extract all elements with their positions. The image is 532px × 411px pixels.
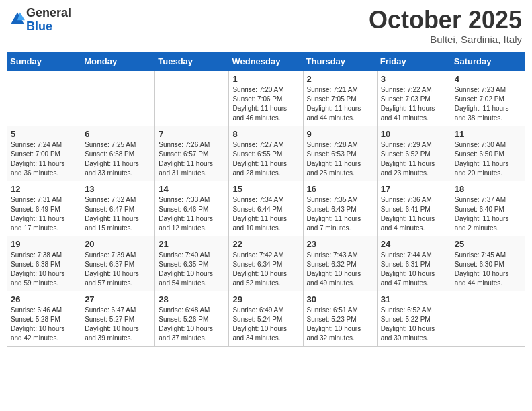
day-number: 4 (455, 74, 521, 84)
day-info: Sunrise: 7:35 AM Sunset: 6:43 PM Dayligh… (307, 195, 373, 233)
calendar-cell: 21Sunrise: 7:40 AM Sunset: 6:35 PM Dayli… (155, 236, 229, 291)
calendar-cell: 20Sunrise: 7:39 AM Sunset: 6:37 PM Dayli… (81, 236, 155, 291)
day-info: Sunrise: 7:23 AM Sunset: 7:02 PM Dayligh… (455, 85, 521, 123)
calendar-cell: 17Sunrise: 7:36 AM Sunset: 6:41 PM Dayli… (377, 181, 451, 236)
calendar-cell: 25Sunrise: 7:45 AM Sunset: 6:30 PM Dayli… (451, 236, 525, 291)
calendar-cell: 23Sunrise: 7:43 AM Sunset: 6:32 PM Dayli… (303, 236, 377, 291)
day-number: 11 (455, 129, 521, 139)
day-number: 31 (381, 294, 447, 304)
day-info: Sunrise: 7:30 AM Sunset: 6:50 PM Dayligh… (455, 140, 521, 178)
calendar-header-tuesday: Tuesday (155, 52, 229, 71)
day-info: Sunrise: 7:40 AM Sunset: 6:35 PM Dayligh… (159, 250, 225, 288)
day-number: 6 (85, 129, 151, 139)
day-number: 26 (11, 294, 77, 304)
day-info: Sunrise: 6:51 AM Sunset: 5:23 PM Dayligh… (307, 306, 373, 343)
day-info: Sunrise: 7:31 AM Sunset: 6:49 PM Dayligh… (11, 195, 77, 233)
day-info: Sunrise: 7:36 AM Sunset: 6:41 PM Dayligh… (381, 195, 447, 233)
calendar-cell: 9Sunrise: 7:28 AM Sunset: 6:53 PM Daylig… (303, 126, 377, 181)
day-number: 15 (232, 184, 299, 194)
day-info: Sunrise: 7:21 AM Sunset: 7:05 PM Dayligh… (307, 85, 373, 123)
day-number: 12 (11, 184, 77, 194)
calendar-header-row: SundayMondayTuesdayWednesdayThursdayFrid… (7, 52, 525, 71)
day-number: 8 (232, 129, 299, 139)
day-info: Sunrise: 7:22 AM Sunset: 7:03 PM Dayligh… (381, 85, 447, 123)
calendar-cell (155, 71, 229, 126)
day-info: Sunrise: 7:39 AM Sunset: 6:37 PM Dayligh… (85, 250, 151, 288)
day-info: Sunrise: 7:37 AM Sunset: 6:40 PM Dayligh… (455, 195, 521, 233)
day-info: Sunrise: 6:46 AM Sunset: 5:28 PM Dayligh… (11, 306, 77, 343)
day-info: Sunrise: 7:42 AM Sunset: 6:34 PM Dayligh… (232, 250, 299, 288)
day-info: Sunrise: 7:32 AM Sunset: 6:47 PM Dayligh… (85, 195, 151, 233)
calendar-week-3: 12Sunrise: 7:31 AM Sunset: 6:49 PM Dayli… (7, 181, 525, 236)
day-number: 22 (232, 239, 299, 249)
calendar-header-saturday: Saturday (451, 52, 525, 71)
title-area: October 2025 Bultei, Sardinia, Italy (369, 7, 522, 45)
day-info: Sunrise: 6:52 AM Sunset: 5:22 PM Dayligh… (381, 306, 447, 343)
page-header: General Blue October 2025 Bultei, Sardin… (7, 7, 525, 45)
day-info: Sunrise: 7:38 AM Sunset: 6:38 PM Dayligh… (11, 250, 77, 288)
logo-general-text: General (26, 7, 71, 20)
day-number: 16 (307, 184, 373, 194)
day-number: 1 (232, 74, 299, 84)
calendar-header-friday: Friday (377, 52, 451, 71)
calendar-cell: 7Sunrise: 7:26 AM Sunset: 6:57 PM Daylig… (155, 126, 229, 181)
day-info: Sunrise: 7:43 AM Sunset: 6:32 PM Dayligh… (307, 250, 373, 288)
day-info: Sunrise: 6:47 AM Sunset: 5:27 PM Dayligh… (85, 306, 151, 343)
day-number: 10 (381, 129, 447, 139)
calendar-cell: 15Sunrise: 7:34 AM Sunset: 6:44 PM Dayli… (229, 181, 303, 236)
calendar-week-5: 26Sunrise: 6:46 AM Sunset: 5:28 PM Dayli… (7, 291, 525, 346)
calendar-cell: 10Sunrise: 7:29 AM Sunset: 6:52 PM Dayli… (377, 126, 451, 181)
day-info: Sunrise: 7:25 AM Sunset: 6:58 PM Dayligh… (85, 140, 151, 178)
calendar-cell: 29Sunrise: 6:49 AM Sunset: 5:24 PM Dayli… (229, 291, 303, 346)
calendar-cell: 16Sunrise: 7:35 AM Sunset: 6:43 PM Dayli… (303, 181, 377, 236)
calendar-cell: 19Sunrise: 7:38 AM Sunset: 6:38 PM Dayli… (7, 236, 81, 291)
calendar-cell: 4Sunrise: 7:23 AM Sunset: 7:02 PM Daylig… (451, 71, 525, 126)
day-number: 17 (381, 184, 447, 194)
calendar-cell: 13Sunrise: 7:32 AM Sunset: 6:47 PM Dayli… (81, 181, 155, 236)
calendar-header-monday: Monday (81, 52, 155, 71)
day-info: Sunrise: 7:26 AM Sunset: 6:57 PM Dayligh… (159, 140, 225, 178)
calendar-cell: 3Sunrise: 7:22 AM Sunset: 7:03 PM Daylig… (377, 71, 451, 126)
day-number: 30 (307, 294, 373, 304)
logo-text: General Blue (26, 7, 71, 34)
day-number: 3 (381, 74, 447, 84)
day-number: 20 (85, 239, 151, 249)
day-info: Sunrise: 7:33 AM Sunset: 6:46 PM Dayligh… (159, 195, 225, 233)
calendar-cell: 5Sunrise: 7:24 AM Sunset: 7:00 PM Daylig… (7, 126, 81, 181)
day-info: Sunrise: 7:28 AM Sunset: 6:53 PM Dayligh… (307, 140, 373, 178)
day-number: 14 (159, 184, 225, 194)
day-number: 25 (455, 239, 521, 249)
day-number: 9 (307, 129, 373, 139)
calendar-cell: 12Sunrise: 7:31 AM Sunset: 6:49 PM Dayli… (7, 181, 81, 236)
day-number: 19 (11, 239, 77, 249)
calendar-table: SundayMondayTuesdayWednesdayThursdayFrid… (7, 52, 525, 347)
calendar-header-wednesday: Wednesday (229, 52, 303, 71)
logo-blue-text: Blue (26, 20, 71, 34)
day-number: 28 (159, 294, 225, 304)
day-number: 13 (85, 184, 151, 194)
calendar-week-4: 19Sunrise: 7:38 AM Sunset: 6:38 PM Dayli… (7, 236, 525, 291)
day-info: Sunrise: 7:44 AM Sunset: 6:31 PM Dayligh… (381, 250, 447, 288)
calendar-cell (451, 291, 525, 346)
month-title: October 2025 (369, 7, 522, 34)
day-info: Sunrise: 7:45 AM Sunset: 6:30 PM Dayligh… (455, 250, 521, 288)
day-info: Sunrise: 6:48 AM Sunset: 5:26 PM Dayligh… (159, 306, 225, 343)
calendar-cell: 1Sunrise: 7:20 AM Sunset: 7:06 PM Daylig… (229, 71, 303, 126)
logo: General Blue (10, 7, 71, 34)
calendar-week-2: 5Sunrise: 7:24 AM Sunset: 7:00 PM Daylig… (7, 126, 525, 181)
calendar-cell: 2Sunrise: 7:21 AM Sunset: 7:05 PM Daylig… (303, 71, 377, 126)
day-number: 7 (159, 129, 225, 139)
calendar-cell: 18Sunrise: 7:37 AM Sunset: 6:40 PM Dayli… (451, 181, 525, 236)
day-info: Sunrise: 7:29 AM Sunset: 6:52 PM Dayligh… (381, 140, 447, 178)
calendar-cell (81, 71, 155, 126)
day-number: 2 (307, 74, 373, 84)
calendar-cell (7, 71, 81, 126)
calendar-week-1: 1Sunrise: 7:20 AM Sunset: 7:06 PM Daylig… (7, 71, 525, 126)
logo-icon (10, 11, 25, 26)
day-info: Sunrise: 7:24 AM Sunset: 7:00 PM Dayligh… (11, 140, 77, 178)
location-text: Bultei, Sardinia, Italy (369, 34, 522, 45)
calendar-cell: 11Sunrise: 7:30 AM Sunset: 6:50 PM Dayli… (451, 126, 525, 181)
calendar-cell: 24Sunrise: 7:44 AM Sunset: 6:31 PM Dayli… (377, 236, 451, 291)
calendar-cell: 6Sunrise: 7:25 AM Sunset: 6:58 PM Daylig… (81, 126, 155, 181)
day-info: Sunrise: 7:20 AM Sunset: 7:06 PM Dayligh… (232, 85, 299, 123)
